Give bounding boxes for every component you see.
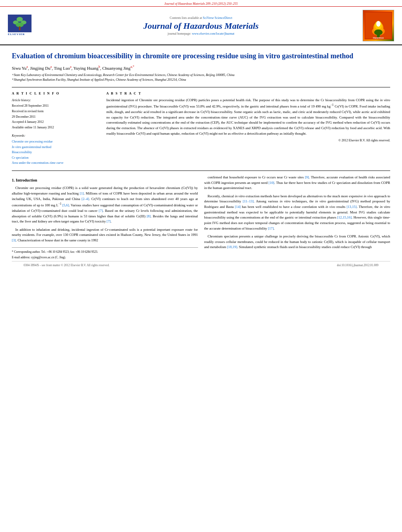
journal-ref-top: Journal of Hazardous Materials 209–210 (…: [164, 2, 237, 6]
abstract-heading: A B S T R A C T: [106, 91, 390, 95]
ref-1: [1]: [80, 191, 84, 195]
affiliation-a: ᵃ State Key Laboratory of Environmental …: [12, 73, 390, 78]
main-col-left: 1. Introduction Chromite ore processing …: [12, 175, 198, 261]
ref-10: [10]: [269, 181, 274, 185]
ref-5-6: [5,6]: [62, 203, 69, 207]
footnote-corresponding: * Corresponding author. Tel.: +86 10 628…: [12, 250, 198, 254]
sciverse-link-anchor[interactable]: SciVerse ScienceDirect: [203, 16, 232, 20]
available-date: Available online 11 January 2012: [12, 126, 54, 129]
svg-rect-5: [19, 26, 20, 30]
keyword-2: In vitro gastrointestinal method: [12, 145, 98, 150]
jhm-logo-image: Hazardous: [363, 10, 394, 41]
footnote-area: * Corresponding author. Tel.: +86 10 628…: [12, 247, 198, 260]
intro-para4: Recently, chemical in vitro extraction m…: [204, 194, 391, 231]
received-revised-label: Received in revised form: [12, 109, 44, 113]
divider-top: [12, 87, 390, 87]
svg-point-13: [374, 30, 383, 35]
jhm-logo-right: Hazardous: [363, 10, 394, 41]
doi-text: doi:10.1016/j.jhazmat.2012.01.009: [337, 263, 378, 267]
ref-7b: [7]: [107, 219, 111, 223]
top-header: Journal of Hazardous Materials 209–210 (…: [0, 0, 402, 7]
received-date: Received 28 September 2011: [12, 104, 49, 108]
keyword-4: Cr speciation: [12, 155, 98, 161]
info-abstract-section: A R T I C L E I N F O Article history: R…: [12, 91, 390, 166]
divider-mid: [12, 171, 390, 171]
ref-14: [14]: [235, 205, 241, 209]
article-body: Evaluation of chromium bioaccessibility …: [0, 45, 402, 275]
ref-8: [8]: [146, 214, 150, 218]
ref-9: [9]: [305, 175, 309, 179]
abstract-text: Incidental ingestion of Chromite ore pro…: [106, 98, 390, 136]
ref-13-15: [13,15]: [346, 205, 357, 209]
email-link[interactable]: cyjing@rcees.ac.cn: [31, 256, 54, 259]
elsevier-icon-image: [8, 16, 31, 32]
intro-para2: In addition to inhalation and drinking, …: [12, 227, 198, 243]
homepage-link[interactable]: www.elsevier.com/locate/jhazmat: [192, 32, 234, 35]
affiliations: ᵃ State Key Laboratory of Environmental …: [12, 73, 390, 82]
elsevier-logo: ELSEVIER: [8, 16, 43, 36]
copyright-line: © 2012 Elsevier B.V. All rights reserved…: [106, 139, 390, 142]
abstract-col: A B S T R A C T Incidental ingestion of …: [106, 91, 390, 166]
keyword-5: Area under the concentration–time curve: [12, 160, 98, 166]
authors: Siwu Yua, Jingjing Dua, Ting Luoa, Yuyin…: [12, 65, 390, 70]
sciverse-link: Contents lists available at SciVerse Sci…: [43, 16, 359, 20]
journal-center-info: Contents lists available at SciVerse Sci…: [43, 16, 359, 35]
keywords-block: Keywords: Chromite ore processing residu…: [12, 133, 98, 166]
keyword-1: Chromite ore processing residue: [12, 139, 98, 145]
intro-para1: Chromite ore processing residue (COPR) i…: [12, 185, 198, 224]
article-title: Evaluation of chromium bioaccessibility …: [12, 51, 390, 61]
ref-18-19: [18,19]: [227, 245, 237, 249]
keywords-label: Keywords:: [12, 133, 98, 139]
main-content: 1. Introduction Chromite ore processing …: [12, 175, 390, 261]
article-info-heading: A R T I C L E I N F O: [12, 91, 98, 95]
revised-date: 29 December 2011: [12, 115, 36, 119]
affiliation-b: ᵇ Shanghai Synchrotron Radiation Facilit…: [12, 78, 390, 82]
main-col-right: confirmed that household exposure to Cr …: [204, 175, 391, 261]
ref-3b: [3]: [12, 238, 16, 242]
journal-homepage: journal homepage: www.elsevier.com/locat…: [43, 32, 359, 35]
keywords-list: Chromite ore processing residue In vitro…: [12, 139, 98, 166]
bottom-bar: 0304-3894/$ – see front matter © 2012 El…: [12, 261, 390, 269]
ref-7: [7]: [99, 209, 103, 213]
svg-text:Hazardous: Hazardous: [373, 37, 383, 39]
svg-point-11: [376, 21, 381, 26]
article-history: Article history: Received 28 September 2…: [12, 98, 98, 130]
ref-11-13: [11–13]: [243, 199, 254, 203]
footnote-email: E-mail address: cyjing@rcees.ac.cn (C. J…: [12, 255, 198, 260]
ref-2-4: [2–4]: [82, 197, 89, 201]
ref-12-15-16: [12,15,16]: [337, 215, 352, 219]
journal-header: ELSEVIER Contents lists available at Sci…: [0, 7, 402, 45]
issn-text: 0304-3894/$ – see front matter © 2012 El…: [24, 263, 109, 267]
ref-17: [17]: [268, 226, 274, 230]
article-info-col: A R T I C L E I N F O Article history: R…: [12, 91, 98, 166]
intro-para5: Chromium speciation presents a unique ch…: [204, 234, 391, 250]
history-label: Article history:: [12, 98, 98, 103]
elsevier-text: ELSEVIER: [8, 33, 43, 36]
journal-title-main: Journal of Hazardous Materials: [43, 21, 359, 31]
keyword-3: Bioaccessibility: [12, 150, 98, 155]
intro-para3: confirmed that household exposure to Cr …: [204, 175, 391, 191]
accepted-date: Accepted 4 January 2012: [12, 120, 44, 124]
section1-heading: 1. Introduction: [12, 177, 198, 184]
